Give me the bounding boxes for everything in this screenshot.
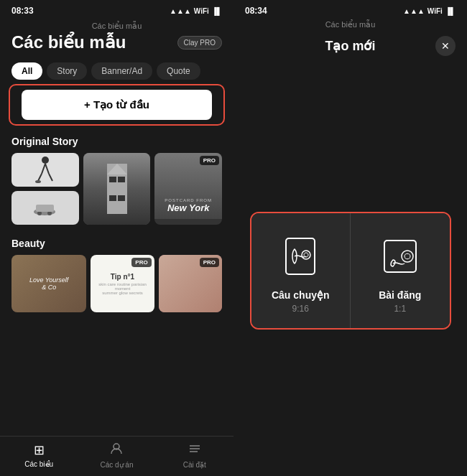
- love-text: Love Yourself& Co: [29, 276, 68, 291]
- template-skin[interactable]: PRO: [159, 255, 222, 312]
- svg-line-1: [42, 164, 45, 174]
- template-newyork[interactable]: PRO POSTCARD FROM New York: [154, 153, 222, 225]
- left-time: 08:33: [11, 6, 34, 16]
- template-skater-top[interactable]: [11, 153, 79, 187]
- right-status-icons: ▲▲▲ WiFi ▐▌: [403, 7, 456, 15]
- signal-icon: ▲▲▲: [170, 7, 191, 15]
- filter-tab-all[interactable]: All: [11, 62, 42, 80]
- nav-templates-label: Các biểu: [24, 460, 53, 468]
- right-wifi-icon: WiFi: [427, 7, 443, 15]
- post-option-icon: [379, 235, 422, 278]
- left-panel: 08:33 ▲▲▲ WiFi ▐▌ Các biểu mẫu Các biểu …: [0, 0, 234, 476]
- template-love[interactable]: Love Yourself& Co: [11, 255, 86, 312]
- nav-settings[interactable]: Cài đặt: [156, 437, 234, 476]
- modal-content: Câu chuyện 9:16 Bài đăng 1:1: [234, 65, 467, 476]
- settings-icon: [188, 442, 201, 459]
- bottom-nav: ⊞ Các biểu Các dự án Cài đặt: [0, 436, 234, 476]
- skater-icon: [34, 156, 56, 185]
- templates-icon: ⊞: [34, 442, 45, 458]
- svg-line-3: [38, 174, 42, 181]
- modal-close-button[interactable]: ✕: [435, 36, 456, 56]
- nav-templates[interactable]: ⊞ Các biểu: [0, 437, 78, 476]
- tip-sub: skin care routine parisian momentsummer …: [91, 282, 154, 295]
- modal-header: Tạo mới ✕: [234, 31, 467, 65]
- left-status-icons: ▲▲▲ WiFi ▐▌: [170, 7, 222, 15]
- svg-rect-9: [36, 205, 54, 212]
- page-title: Các biểu mẫu: [11, 32, 126, 52]
- right-status-bar: 08:34 ▲▲▲ WiFi ▐▌: [234, 0, 467, 19]
- wifi-icon: WiFi: [194, 7, 209, 15]
- right-signal-icon: ▲▲▲: [403, 7, 425, 15]
- nav-settings-label: Cài đặt: [183, 461, 206, 469]
- original-story-grid: PRO POSTCARD FROM New York: [0, 153, 234, 225]
- filter-tab-quote[interactable]: Quote: [157, 62, 200, 80]
- story-option-ratio: 9:16: [292, 304, 309, 314]
- header-subtitle: Các biểu mẫu: [11, 22, 222, 31]
- skater-bottom-icon: [32, 197, 57, 219]
- tip-pro-badge: PRO: [131, 258, 151, 267]
- svg-point-15: [302, 251, 310, 259]
- template-building[interactable]: [83, 153, 151, 225]
- nav-projects-label: Các dự án: [100, 461, 133, 469]
- header-area: Các biểu mẫu Các biểu mẫu Clay PRO: [0, 19, 234, 58]
- right-time: 08:34: [245, 6, 267, 16]
- menu-icon: [188, 442, 201, 455]
- svg-point-5: [35, 180, 41, 183]
- create-from-scratch-button[interactable]: + Tạo từ đầu: [22, 90, 212, 120]
- template-skater-bottom[interactable]: [11, 191, 79, 225]
- beauty-grid: Love Yourself& Co Tip n°1 skin care rout…: [0, 255, 234, 312]
- filter-tabs: All Story Banner/Ad Quote: [0, 58, 234, 84]
- right-panel: 08:34 ▲▲▲ WiFi ▐▌ Các biểu mẫu Tạo mới ✕…: [234, 0, 467, 476]
- projects-icon: [110, 442, 123, 459]
- svg-line-4: [49, 174, 52, 181]
- svg-line-2: [45, 164, 49, 174]
- skater-col: [11, 153, 79, 225]
- create-btn-wrapper: + Tạo từ đầu: [9, 84, 225, 126]
- create-option-story[interactable]: Câu chuyện 9:16: [251, 213, 351, 328]
- svg-point-0: [42, 157, 49, 164]
- svg-rect-16: [384, 241, 416, 272]
- modal-title: Tạo mới: [325, 38, 376, 54]
- pro-badge: PRO: [200, 156, 219, 165]
- header-row: Các biểu mẫu Clay PRO: [11, 32, 222, 52]
- template-tip[interactable]: Tip n°1 skin care routine parisian momen…: [91, 255, 154, 312]
- filter-tab-banner[interactable]: Banner/Ad: [91, 62, 152, 80]
- person-icon: [110, 442, 123, 455]
- battery-icon: ▐▌: [212, 7, 222, 15]
- left-status-bar: 08:33 ▲▲▲ WiFi ▐▌: [0, 0, 234, 19]
- right-battery-icon: ▐▌: [445, 7, 456, 15]
- clay-pro-badge[interactable]: Clay PRO: [177, 36, 222, 50]
- post-option-ratio: 1:1: [394, 304, 406, 314]
- create-options-box: Câu chuyện 9:16 Bài đăng 1:1: [250, 212, 451, 330]
- skin-pro-badge: PRO: [200, 258, 219, 267]
- filter-tab-story[interactable]: Story: [47, 62, 87, 80]
- beauty-label: Beauty: [0, 235, 234, 255]
- story-option-label: Câu chuyện: [272, 289, 330, 301]
- story-option-icon: [279, 235, 322, 278]
- right-header-subtitle: Các biểu mẫu: [234, 19, 467, 31]
- original-story-label: Original Story: [0, 133, 234, 153]
- tip-text: Tip n°1: [91, 273, 154, 281]
- create-option-post[interactable]: Bài đăng 1:1: [351, 213, 450, 328]
- svg-point-17: [402, 251, 413, 262]
- nav-projects[interactable]: Các dự án: [78, 437, 155, 476]
- post-option-label: Bài đăng: [379, 289, 421, 301]
